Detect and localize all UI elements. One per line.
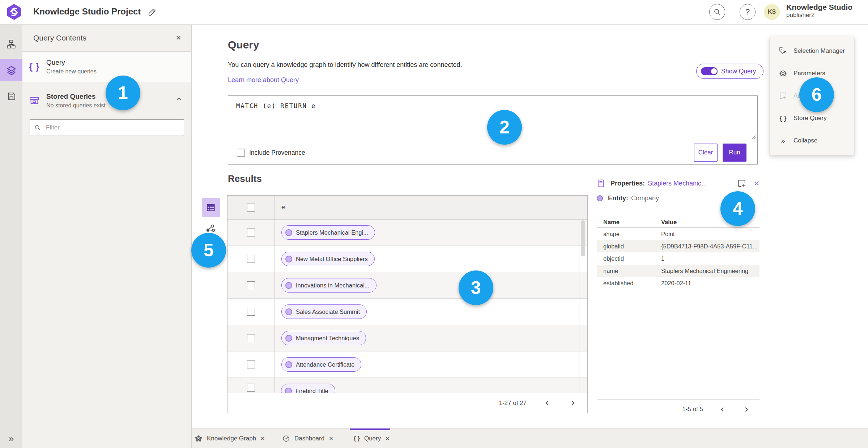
next-page-button[interactable] (568, 398, 577, 408)
property-name: name (597, 268, 661, 274)
property-name: globalid (597, 243, 661, 250)
close-properties-icon[interactable]: ✕ (754, 179, 760, 188)
menu-item-label: Selection Manager (793, 47, 845, 55)
show-query-toggle[interactable]: Show Query (696, 64, 763, 79)
collapse-section-icon[interactable] (176, 96, 182, 102)
clear-button[interactable]: Clear (694, 144, 718, 162)
knowledge-graph-icon (195, 435, 203, 443)
entity-pill[interactable]: Managment Techniques (281, 331, 366, 345)
properties-pagination: 1-5 of 5 (597, 399, 760, 414)
menu-item-label: Collapse (793, 137, 817, 144)
annotation-badge-3: 3 (459, 270, 493, 305)
stored-queries-label: Stored Queries (46, 93, 106, 101)
row-checkbox[interactable] (247, 360, 255, 368)
row-checkbox[interactable] (247, 229, 255, 236)
property-row: name Staplers Mechanical Engineering (597, 265, 760, 277)
table-row: Attendance Certificate (227, 351, 587, 378)
selection-manager-item[interactable]: Selection Manager (770, 40, 854, 62)
select-all-checkbox[interactable] (247, 204, 255, 212)
stored-queries-icon (22, 95, 46, 106)
menu-item-label: Parameters (793, 70, 825, 77)
tab-query[interactable]: { } Query ✕ (354, 429, 390, 448)
results-table-body: Staplers Mechanical Engi... New Metal Of… (227, 219, 587, 393)
row-checkbox[interactable] (247, 255, 255, 263)
user-avatar[interactable]: KS (764, 4, 780, 20)
results-page-range: 1-27 of 27 (499, 400, 527, 407)
run-button[interactable]: Run (723, 144, 746, 162)
edit-title-icon[interactable] (148, 7, 157, 17)
query-item-description: Create new queries (46, 68, 97, 75)
column-header-e: e (275, 204, 285, 211)
row-checkbox[interactable] (247, 334, 255, 342)
expand-rail-button[interactable]: » (0, 433, 22, 444)
filter-input[interactable] (45, 124, 179, 132)
table-view-button[interactable] (202, 198, 220, 217)
results-title: Results (228, 173, 262, 184)
tab-label: Knowledge Graph (207, 435, 256, 442)
entity-pill[interactable]: Sales Associate Summit (281, 304, 367, 319)
property-name: objectid (597, 255, 661, 262)
prev-page-button[interactable] (542, 398, 552, 408)
hierarchy-icon (7, 39, 16, 49)
property-name: established (597, 280, 661, 287)
properties-selection-link[interactable]: Staplers Mechanic... (648, 180, 707, 187)
entity-pill[interactable]: Firebird Title (281, 384, 335, 393)
app-logo-icon (7, 4, 22, 20)
tab-knowledge-graph[interactable]: Knowledge Graph ✕ (195, 429, 265, 448)
entity-pill[interactable]: Staplers Mechanical Engi... (281, 225, 375, 240)
user-menu[interactable]: Knowledge Studio publisher2 (786, 3, 852, 19)
row-checkbox[interactable] (247, 281, 255, 289)
close-panel-icon[interactable]: ✕ (176, 34, 181, 42)
user-name: Knowledge Studio (786, 3, 852, 12)
entity-pill-label: Attendance Certificate (296, 361, 354, 368)
main-content: Query You can query a knowledge graph to… (192, 24, 868, 429)
row-checkbox[interactable] (247, 384, 255, 392)
collapse-item[interactable]: » Collapse (770, 129, 854, 152)
filter-field (30, 119, 184, 136)
add-to-map-button[interactable] (737, 179, 746, 188)
entity-pill[interactable]: Innovations in Mechanical... (281, 278, 376, 293)
help-button[interactable]: ? (740, 4, 756, 20)
resize-handle-icon[interactable] (752, 135, 756, 139)
entity-dot-icon (285, 361, 292, 368)
entity-dot-icon (285, 229, 292, 236)
row-checkbox[interactable] (247, 308, 255, 316)
tab-close-icon[interactable]: ✕ (385, 435, 390, 442)
include-provenance-checkbox[interactable] (237, 149, 245, 157)
property-row: globalid {5D9B4713-F98D-4A53-A59F-C11... (597, 240, 760, 252)
tab-label: Dashboard (294, 435, 324, 442)
property-row: shape Point (597, 228, 760, 240)
results-scrollbar-thumb[interactable] (581, 220, 585, 256)
question-icon: ? (745, 7, 750, 17)
next-page-button[interactable] (741, 405, 751, 414)
data-model-rail-button[interactable] (0, 33, 22, 55)
link-chart-icon (205, 224, 216, 234)
prev-page-button[interactable] (718, 405, 727, 414)
tab-label: Query (364, 435, 381, 442)
curly-braces-icon: { } (778, 115, 788, 122)
results-scrollbar-track[interactable] (579, 219, 587, 393)
entity-pill[interactable]: Attendance Certificate (281, 357, 361, 372)
entity-pill-label: Staplers Mechanical Engi... (296, 229, 368, 236)
save-rail-button[interactable] (0, 85, 22, 107)
avatar-initials: KS (768, 9, 776, 15)
property-value: Staplers Mechanical Engineering (661, 268, 748, 274)
entity-dot-icon (597, 195, 603, 201)
tab-close-icon[interactable]: ✕ (260, 435, 265, 442)
entity-type: Company (631, 195, 659, 202)
annotation-badge-1: 1 (106, 76, 140, 110)
entity-pill[interactable]: New Metal Office Suppliers (281, 252, 375, 266)
page-description: You can query a knowledge graph to ident… (228, 61, 462, 69)
annotation-badge-4: 4 (720, 191, 755, 226)
layers-rail-button[interactable] (0, 59, 22, 81)
property-row: established 2020-02-11 (597, 277, 760, 289)
query-item[interactable]: { } Query Create new queries (22, 52, 191, 82)
tab-close-icon[interactable]: ✕ (329, 435, 333, 442)
curly-braces-icon: { } (354, 435, 360, 442)
learn-more-link[interactable]: Learn more about Query (228, 76, 299, 84)
search-icon (34, 124, 41, 131)
search-button[interactable] (709, 4, 725, 20)
table-row: Sales Associate Summit (227, 299, 587, 325)
bottom-tab-bar: Knowledge Graph ✕ Dashboard ✕ { } Query … (192, 428, 868, 448)
tab-dashboard[interactable]: Dashboard ✕ (282, 429, 333, 448)
